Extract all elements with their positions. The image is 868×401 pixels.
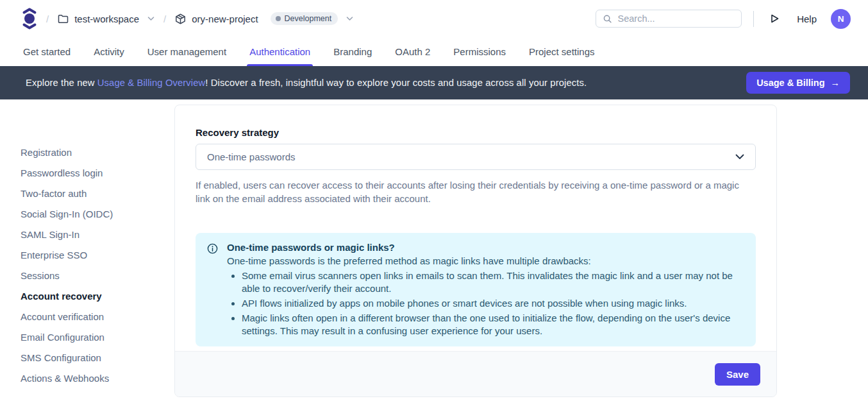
info-bullet: Some email virus scanners open links in … [242, 269, 743, 295]
tab-project-settings[interactable]: Project settings [529, 37, 595, 66]
workspace-switcher[interactable]: test-workspace [58, 13, 154, 24]
recovery-help-text: If enabled, users can recover access to … [196, 179, 756, 205]
info-intro: One-time passwords is the preferred meth… [227, 255, 743, 268]
banner-prefix: Explore the new [26, 78, 97, 88]
sidebar-item-sessions[interactable]: Sessions [21, 265, 174, 286]
sidebar-item-email-configuration[interactable]: Email Configuration [21, 327, 174, 347]
save-button[interactable]: Save [715, 363, 760, 386]
sidebar-item-enterprise-sso[interactable]: Enterprise SSO [21, 244, 174, 265]
project-name: ory-new-project [192, 13, 258, 24]
tab-authentication[interactable]: Authentication [249, 37, 310, 66]
recovery-strategy-select[interactable]: One-time passwords [196, 144, 756, 170]
avatar[interactable]: N [831, 9, 851, 29]
sidebar-item-account-recovery[interactable]: Account recovery [21, 286, 174, 306]
card-spacer [175, 346, 776, 351]
tab-user-management[interactable]: User management [147, 37, 226, 66]
workspace-name: test-workspace [74, 13, 139, 24]
sidebar-item-registration[interactable]: Registration [21, 142, 174, 162]
authentication-sidebar: Registration Passwordless login Two-fact… [0, 105, 174, 388]
play-button[interactable] [770, 13, 780, 24]
topbar-divider [753, 11, 754, 27]
sidebar-item-passwordless-login[interactable]: Passwordless login [21, 162, 174, 183]
content-area: Registration Passwordless login Two-fact… [0, 99, 868, 397]
sidebar-item-saml-sign-in[interactable]: SAML Sign-In [21, 224, 174, 244]
sidebar-item-sms-configuration[interactable]: SMS Configuration [21, 347, 174, 368]
tab-get-started[interactable]: Get started [23, 37, 71, 66]
tab-permissions[interactable]: Permissions [453, 37, 506, 66]
project-nav-tabs: Get started Activity User management Aut… [0, 37, 868, 66]
info-icon [207, 242, 218, 337]
ory-logo-icon [22, 8, 37, 30]
folder-icon [58, 14, 69, 24]
tab-oauth2[interactable]: OAuth 2 [395, 37, 430, 66]
usage-billing-button-label: Usage & Billing [756, 78, 824, 88]
recovery-settings-card: Recovery strategy One-time passwords If … [174, 105, 777, 397]
sidebar-item-actions-webhooks[interactable]: Actions & Webhooks [21, 368, 174, 388]
tab-activity[interactable]: Activity [94, 37, 124, 66]
tab-branding[interactable]: Branding [333, 37, 372, 66]
breadcrumb-separator: / [46, 13, 49, 24]
environment-label: Development [285, 14, 332, 23]
info-content: One-time passwords or magic links? One-t… [227, 242, 743, 337]
sidebar-item-account-verification[interactable]: Account verification [21, 306, 174, 327]
play-icon [770, 13, 780, 24]
environment-dot-icon [276, 16, 281, 21]
ory-home-button[interactable] [22, 8, 37, 30]
recovery-strategy-value: One-time passwords [207, 151, 296, 162]
search-box[interactable] [596, 10, 742, 28]
breadcrumb-separator: / [163, 13, 166, 24]
top-bar: / test-workspace / ory-new-project Devel… [0, 0, 868, 37]
banner-message: Explore the new Usage & Billing Overview… [26, 78, 587, 88]
search-icon [603, 14, 612, 24]
card-footer: Save [175, 351, 776, 397]
info-bullet: Magic links often open in a different br… [242, 312, 743, 337]
project-switcher[interactable]: ory-new-project Development [175, 12, 353, 25]
search-input[interactable] [618, 13, 735, 24]
recovery-settings-body: Recovery strategy One-time passwords If … [175, 105, 776, 346]
info-bullet: API flows initialized by apps on mobile … [242, 297, 743, 310]
banner-link[interactable]: Usage & Billing Overview [97, 78, 206, 88]
sidebar-item-two-factor-auth[interactable]: Two-factor auth [21, 183, 174, 203]
chevron-down-icon [735, 154, 744, 160]
avatar-initial: N [838, 14, 844, 24]
environment-badge: Development [271, 12, 338, 25]
chevron-down-icon [346, 16, 353, 21]
info-alert: One-time passwords or magic links? One-t… [196, 233, 756, 346]
arrow-right-icon: → [831, 78, 840, 88]
banner-suffix: ! Discover a fresh, insightful way to ex… [205, 78, 587, 88]
topbar-actions: Help N [596, 9, 851, 29]
info-title: One-time passwords or magic links? [227, 242, 743, 253]
usage-billing-banner: Explore the new Usage & Billing Overview… [0, 66, 868, 99]
chevron-down-icon [147, 16, 154, 21]
recovery-strategy-label: Recovery strategy [196, 127, 756, 138]
usage-billing-button[interactable]: Usage & Billing → [746, 72, 850, 94]
sidebar-item-social-sign-in[interactable]: Social Sign-In (OIDC) [21, 203, 174, 224]
info-bullet-list: Some email virus scanners open links in … [227, 269, 743, 337]
help-link[interactable]: Help [797, 13, 817, 24]
package-icon [175, 13, 186, 24]
